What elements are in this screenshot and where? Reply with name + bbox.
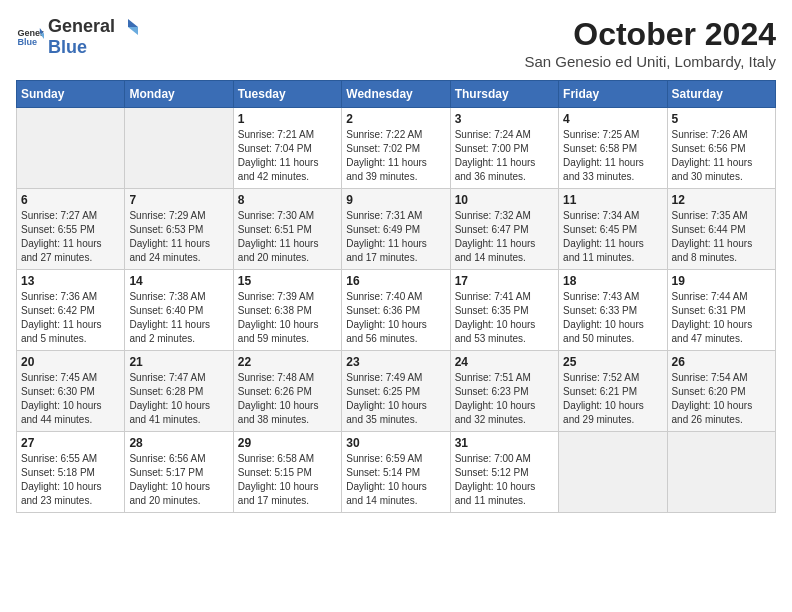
- page-header: General Blue General Blue October 2024 S…: [16, 16, 776, 70]
- day-info: Sunrise: 7:39 AM Sunset: 6:38 PM Dayligh…: [238, 290, 337, 346]
- day-number: 5: [672, 112, 771, 126]
- calendar-cell: 20Sunrise: 7:45 AM Sunset: 6:30 PM Dayli…: [17, 351, 125, 432]
- day-info: Sunrise: 7:44 AM Sunset: 6:31 PM Dayligh…: [672, 290, 771, 346]
- day-info: Sunrise: 7:00 AM Sunset: 5:12 PM Dayligh…: [455, 452, 554, 508]
- header-day-friday: Friday: [559, 81, 667, 108]
- day-number: 19: [672, 274, 771, 288]
- logo-text-general: General: [48, 16, 115, 37]
- day-info: Sunrise: 7:35 AM Sunset: 6:44 PM Dayligh…: [672, 209, 771, 265]
- day-info: Sunrise: 7:36 AM Sunset: 6:42 PM Dayligh…: [21, 290, 120, 346]
- day-info: Sunrise: 7:47 AM Sunset: 6:28 PM Dayligh…: [129, 371, 228, 427]
- calendar-cell: 27Sunrise: 6:55 AM Sunset: 5:18 PM Dayli…: [17, 432, 125, 513]
- calendar-cell: 16Sunrise: 7:40 AM Sunset: 6:36 PM Dayli…: [342, 270, 450, 351]
- day-number: 14: [129, 274, 228, 288]
- day-info: Sunrise: 6:56 AM Sunset: 5:17 PM Dayligh…: [129, 452, 228, 508]
- page-subtitle: San Genesio ed Uniti, Lombardy, Italy: [524, 53, 776, 70]
- calendar-cell: 24Sunrise: 7:51 AM Sunset: 6:23 PM Dayli…: [450, 351, 558, 432]
- calendar-week-4: 20Sunrise: 7:45 AM Sunset: 6:30 PM Dayli…: [17, 351, 776, 432]
- header-day-saturday: Saturday: [667, 81, 775, 108]
- calendar-cell: [125, 108, 233, 189]
- calendar-cell: 21Sunrise: 7:47 AM Sunset: 6:28 PM Dayli…: [125, 351, 233, 432]
- calendar-cell: 9Sunrise: 7:31 AM Sunset: 6:49 PM Daylig…: [342, 189, 450, 270]
- day-info: Sunrise: 6:55 AM Sunset: 5:18 PM Dayligh…: [21, 452, 120, 508]
- calendar-cell: 2Sunrise: 7:22 AM Sunset: 7:02 PM Daylig…: [342, 108, 450, 189]
- day-number: 22: [238, 355, 337, 369]
- day-info: Sunrise: 7:24 AM Sunset: 7:00 PM Dayligh…: [455, 128, 554, 184]
- day-number: 31: [455, 436, 554, 450]
- day-info: Sunrise: 7:34 AM Sunset: 6:45 PM Dayligh…: [563, 209, 662, 265]
- day-number: 10: [455, 193, 554, 207]
- day-number: 15: [238, 274, 337, 288]
- day-number: 11: [563, 193, 662, 207]
- day-number: 1: [238, 112, 337, 126]
- day-info: Sunrise: 7:32 AM Sunset: 6:47 PM Dayligh…: [455, 209, 554, 265]
- day-number: 4: [563, 112, 662, 126]
- calendar-table: SundayMondayTuesdayWednesdayThursdayFrid…: [16, 80, 776, 513]
- calendar-cell: 22Sunrise: 7:48 AM Sunset: 6:26 PM Dayli…: [233, 351, 341, 432]
- page-title: October 2024: [524, 16, 776, 53]
- calendar-week-3: 13Sunrise: 7:36 AM Sunset: 6:42 PM Dayli…: [17, 270, 776, 351]
- day-number: 18: [563, 274, 662, 288]
- day-info: Sunrise: 7:21 AM Sunset: 7:04 PM Dayligh…: [238, 128, 337, 184]
- calendar-cell: 31Sunrise: 7:00 AM Sunset: 5:12 PM Dayli…: [450, 432, 558, 513]
- calendar-cell: 5Sunrise: 7:26 AM Sunset: 6:56 PM Daylig…: [667, 108, 775, 189]
- header-day-sunday: Sunday: [17, 81, 125, 108]
- svg-marker-5: [128, 27, 138, 35]
- calendar-cell: 18Sunrise: 7:43 AM Sunset: 6:33 PM Dayli…: [559, 270, 667, 351]
- day-number: 25: [563, 355, 662, 369]
- calendar-cell: [667, 432, 775, 513]
- calendar-week-1: 1Sunrise: 7:21 AM Sunset: 7:04 PM Daylig…: [17, 108, 776, 189]
- day-number: 29: [238, 436, 337, 450]
- header-day-wednesday: Wednesday: [342, 81, 450, 108]
- day-info: Sunrise: 6:59 AM Sunset: 5:14 PM Dayligh…: [346, 452, 445, 508]
- calendar-cell: 10Sunrise: 7:32 AM Sunset: 6:47 PM Dayli…: [450, 189, 558, 270]
- day-info: Sunrise: 7:29 AM Sunset: 6:53 PM Dayligh…: [129, 209, 228, 265]
- calendar-body: 1Sunrise: 7:21 AM Sunset: 7:04 PM Daylig…: [17, 108, 776, 513]
- day-number: 8: [238, 193, 337, 207]
- day-number: 13: [21, 274, 120, 288]
- calendar-cell: 15Sunrise: 7:39 AM Sunset: 6:38 PM Dayli…: [233, 270, 341, 351]
- calendar-cell: 4Sunrise: 7:25 AM Sunset: 6:58 PM Daylig…: [559, 108, 667, 189]
- calendar-week-2: 6Sunrise: 7:27 AM Sunset: 6:55 PM Daylig…: [17, 189, 776, 270]
- calendar-cell: 23Sunrise: 7:49 AM Sunset: 6:25 PM Dayli…: [342, 351, 450, 432]
- day-number: 2: [346, 112, 445, 126]
- day-info: Sunrise: 7:40 AM Sunset: 6:36 PM Dayligh…: [346, 290, 445, 346]
- calendar-cell: 17Sunrise: 7:41 AM Sunset: 6:35 PM Dayli…: [450, 270, 558, 351]
- svg-text:Blue: Blue: [17, 37, 37, 47]
- day-info: Sunrise: 7:22 AM Sunset: 7:02 PM Dayligh…: [346, 128, 445, 184]
- day-number: 21: [129, 355, 228, 369]
- calendar-cell: 12Sunrise: 7:35 AM Sunset: 6:44 PM Dayli…: [667, 189, 775, 270]
- day-info: Sunrise: 7:26 AM Sunset: 6:56 PM Dayligh…: [672, 128, 771, 184]
- calendar-cell: 25Sunrise: 7:52 AM Sunset: 6:21 PM Dayli…: [559, 351, 667, 432]
- calendar-cell: 28Sunrise: 6:56 AM Sunset: 5:17 PM Dayli…: [125, 432, 233, 513]
- calendar-header-row: SundayMondayTuesdayWednesdayThursdayFrid…: [17, 81, 776, 108]
- header-day-thursday: Thursday: [450, 81, 558, 108]
- day-number: 6: [21, 193, 120, 207]
- day-info: Sunrise: 7:49 AM Sunset: 6:25 PM Dayligh…: [346, 371, 445, 427]
- day-number: 20: [21, 355, 120, 369]
- day-number: 24: [455, 355, 554, 369]
- day-number: 26: [672, 355, 771, 369]
- day-info: Sunrise: 7:48 AM Sunset: 6:26 PM Dayligh…: [238, 371, 337, 427]
- calendar-cell: 7Sunrise: 7:29 AM Sunset: 6:53 PM Daylig…: [125, 189, 233, 270]
- day-info: Sunrise: 7:45 AM Sunset: 6:30 PM Dayligh…: [21, 371, 120, 427]
- day-number: 12: [672, 193, 771, 207]
- day-info: Sunrise: 7:38 AM Sunset: 6:40 PM Dayligh…: [129, 290, 228, 346]
- calendar-cell: 8Sunrise: 7:30 AM Sunset: 6:51 PM Daylig…: [233, 189, 341, 270]
- day-info: Sunrise: 7:43 AM Sunset: 6:33 PM Dayligh…: [563, 290, 662, 346]
- calendar-cell: 14Sunrise: 7:38 AM Sunset: 6:40 PM Dayli…: [125, 270, 233, 351]
- day-info: Sunrise: 7:31 AM Sunset: 6:49 PM Dayligh…: [346, 209, 445, 265]
- day-info: Sunrise: 7:30 AM Sunset: 6:51 PM Dayligh…: [238, 209, 337, 265]
- day-number: 23: [346, 355, 445, 369]
- calendar-cell: 13Sunrise: 7:36 AM Sunset: 6:42 PM Dayli…: [17, 270, 125, 351]
- day-info: Sunrise: 7:54 AM Sunset: 6:20 PM Dayligh…: [672, 371, 771, 427]
- day-number: 17: [455, 274, 554, 288]
- day-info: Sunrise: 7:51 AM Sunset: 6:23 PM Dayligh…: [455, 371, 554, 427]
- logo-icon: General Blue: [16, 26, 44, 48]
- calendar-cell: 29Sunrise: 6:58 AM Sunset: 5:15 PM Dayli…: [233, 432, 341, 513]
- calendar-cell: 26Sunrise: 7:54 AM Sunset: 6:20 PM Dayli…: [667, 351, 775, 432]
- day-info: Sunrise: 7:27 AM Sunset: 6:55 PM Dayligh…: [21, 209, 120, 265]
- calendar-week-5: 27Sunrise: 6:55 AM Sunset: 5:18 PM Dayli…: [17, 432, 776, 513]
- day-info: Sunrise: 7:25 AM Sunset: 6:58 PM Dayligh…: [563, 128, 662, 184]
- calendar-cell: 1Sunrise: 7:21 AM Sunset: 7:04 PM Daylig…: [233, 108, 341, 189]
